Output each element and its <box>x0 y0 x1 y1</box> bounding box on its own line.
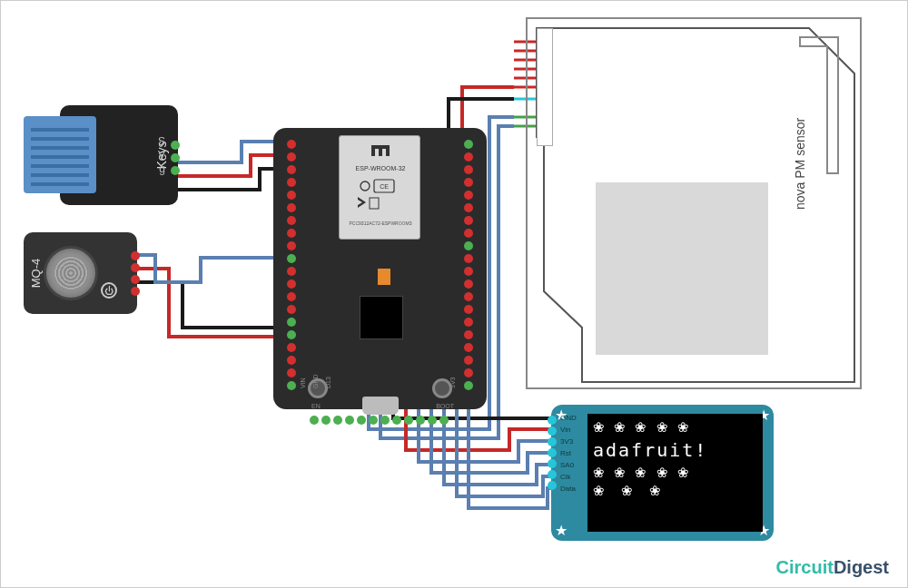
oled-module: ★ ★ ★ ★ GND Vin 3V3 Rst SA0 Clk Data ❀ ❀… <box>551 405 774 541</box>
svg-point-39 <box>464 216 473 225</box>
pm-sensor-label: nova PM sensor <box>793 118 807 210</box>
power-icon: ⏻ <box>101 282 117 299</box>
svg-text:D13: D13 <box>325 377 331 388</box>
pm-sensor-fan <box>596 182 768 355</box>
oled-text: adafruit! <box>593 439 757 461</box>
dht11-pin-label-s: S <box>158 135 165 149</box>
svg-text:3V3: 3V3 <box>449 377 456 388</box>
svg-point-51 <box>464 368 473 377</box>
svg-point-23 <box>287 267 296 276</box>
oled-pin-data <box>548 481 557 490</box>
svg-point-43 <box>464 267 473 276</box>
esp32-board: ESP-WROOM-32 CE PCC9312AC72-ESPWROOM3 EN… <box>273 128 487 409</box>
svg-point-24 <box>287 279 296 289</box>
watermark: CircuitDigest CircuitDigest <box>776 557 889 578</box>
dht11-pin-v <box>171 153 180 162</box>
svg-point-44 <box>464 279 473 289</box>
oled-label-gnd: GND <box>560 412 577 424</box>
oled-label-sa0: SA0 <box>560 459 577 471</box>
svg-point-68 <box>439 416 449 425</box>
oled-pin-clk <box>548 470 557 479</box>
oled-pin-3v3 <box>548 437 557 446</box>
svg-point-29 <box>287 343 296 352</box>
mq4-pin-2 <box>131 263 140 272</box>
svg-point-59 <box>333 416 342 425</box>
svg-point-20 <box>287 229 296 238</box>
svg-point-30 <box>287 356 296 365</box>
svg-point-13 <box>287 140 296 149</box>
svg-point-35 <box>464 165 473 174</box>
svg-point-38 <box>464 203 473 212</box>
svg-point-62 <box>369 416 378 425</box>
esp32-pins-left <box>287 140 296 390</box>
mq4-sensor: MQ-4 ⏻ <box>24 232 137 314</box>
svg-point-34 <box>464 152 473 162</box>
svg-point-66 <box>416 416 425 425</box>
svg-point-40 <box>464 229 473 238</box>
svg-point-15 <box>287 165 296 174</box>
svg-point-63 <box>380 416 390 425</box>
oled-pin-vin <box>548 426 557 436</box>
oled-label-vin: Vin <box>560 424 577 436</box>
svg-point-26 <box>287 305 296 314</box>
svg-point-49 <box>464 343 473 352</box>
oled-label-3v3: 3V3 <box>560 436 577 447</box>
svg-point-58 <box>321 416 331 425</box>
pm-connector <box>537 28 553 146</box>
svg-point-32 <box>287 381 296 390</box>
oled-pin-sa0 <box>548 459 557 468</box>
dht11-pin-label-g: g <box>158 162 165 176</box>
svg-point-18 <box>287 203 296 212</box>
svg-point-28 <box>287 330 296 339</box>
dht11-pin-g <box>171 166 180 175</box>
dht11-sensor: Keys S V g <box>60 105 178 205</box>
dht11-body <box>24 116 96 193</box>
svg-point-65 <box>404 416 413 425</box>
svg-text:VIN: VIN <box>300 377 306 388</box>
svg-point-48 <box>464 330 473 339</box>
svg-point-47 <box>464 318 473 327</box>
oled-label-clk: Clk <box>560 471 577 483</box>
svg-point-19 <box>287 216 296 225</box>
pm-sensor: nova PM sensor <box>526 17 862 389</box>
svg-text:GND: GND <box>312 374 319 388</box>
svg-point-52 <box>464 381 473 390</box>
oled-screen: ❀ ❀ ❀ ❀ ❀ adafruit! ❀ ❀ ❀ ❀ ❀ ❀ ❀ ❀ <box>587 414 763 532</box>
svg-point-31 <box>287 368 296 377</box>
oled-label-data: Data <box>560 483 577 495</box>
circuit-diagram: Keys S V g MQ-4 ⏻ ESP-WROOM-32 CE PCC <box>0 0 908 588</box>
oled-pin-rst <box>548 448 557 457</box>
svg-point-36 <box>464 178 473 187</box>
svg-point-33 <box>464 140 473 149</box>
oled-label-rst: Rst <box>560 447 577 459</box>
svg-point-16 <box>287 178 296 187</box>
svg-point-50 <box>464 356 473 365</box>
svg-point-64 <box>392 416 401 425</box>
svg-point-61 <box>357 416 366 425</box>
svg-point-57 <box>310 416 319 425</box>
svg-point-45 <box>464 292 473 301</box>
svg-point-60 <box>345 416 354 425</box>
esp32-pins-right <box>464 140 473 390</box>
star-icon: ★ <box>555 522 568 539</box>
esp32-pins-bottom <box>310 416 449 425</box>
svg-point-27 <box>287 318 296 327</box>
mq4-cap <box>44 246 98 300</box>
svg-point-25 <box>287 292 296 301</box>
svg-point-37 <box>464 191 473 200</box>
svg-point-14 <box>287 152 296 162</box>
svg-point-22 <box>287 254 296 263</box>
mq4-pin-4 <box>131 287 140 296</box>
dht11-pin-label-v: V <box>158 149 165 162</box>
svg-point-21 <box>287 241 296 250</box>
svg-point-41 <box>464 241 473 250</box>
mq4-label: MQ-4 <box>29 259 43 289</box>
mq4-pin-3 <box>131 275 140 284</box>
mq4-pin-1 <box>131 251 140 260</box>
dht11-pin-s <box>171 141 180 150</box>
svg-point-46 <box>464 305 473 314</box>
svg-point-17 <box>287 191 296 200</box>
svg-point-67 <box>428 416 437 425</box>
svg-point-42 <box>464 254 473 263</box>
oled-pin-gnd <box>548 416 557 425</box>
